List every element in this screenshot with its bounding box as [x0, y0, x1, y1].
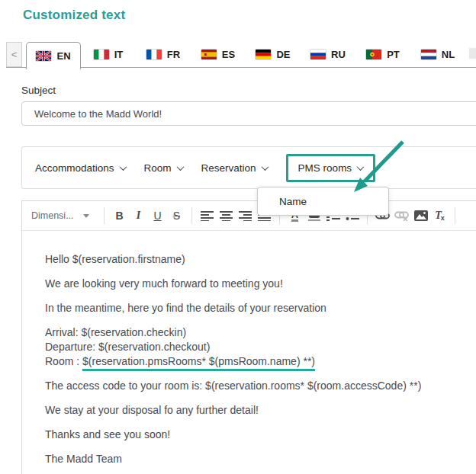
align-left-icon — [201, 210, 214, 221]
placeholder-menus-bar: Accommodations Room Reservation PMS room… — [21, 146, 476, 189]
align-right-button[interactable] — [236, 206, 255, 226]
room-placeholder-underlined: $(reservation.pmsRooms* $(pmsRoom.name) … — [82, 355, 315, 371]
toolbar-separator — [104, 207, 105, 224]
menu-accommodations[interactable]: Accommodations — [35, 162, 126, 174]
toolbar-separator — [455, 207, 455, 224]
bold-button[interactable]: B — [110, 206, 129, 226]
rich-text-editor: Dimensi... B I U S — [21, 200, 476, 474]
dropdown-item-name[interactable]: Name — [279, 196, 307, 207]
subject-input[interactable] — [21, 101, 476, 126]
email-text: Hello $(reservation.firstname) — [45, 253, 185, 265]
remove-format-sub: x — [441, 214, 445, 222]
insert-image-button[interactable] — [411, 206, 430, 226]
chevron-down-icon — [357, 163, 365, 171]
underline-glyph: U — [153, 210, 161, 222]
font-size-label: Dimensi... — [31, 210, 74, 221]
email-text: The access code to your room is: $(reser… — [45, 380, 421, 392]
email-paragraph: Arrival: $(reservation.checkin) Departur… — [45, 325, 476, 369]
tab-label: RU — [331, 49, 346, 60]
tab-label: PT — [387, 49, 400, 60]
tab-lang-pt[interactable]: PT — [355, 42, 410, 67]
unlink-icon — [394, 210, 409, 221]
caret-down-icon — [83, 214, 89, 218]
flag-en-icon — [36, 51, 51, 61]
align-right-icon — [239, 210, 252, 221]
editor-content[interactable]: Hello $(reservation.firstname) We are lo… — [22, 231, 476, 466]
menu-room[interactable]: Room — [144, 162, 183, 174]
chevron-down-icon — [119, 163, 127, 171]
strikethrough-button[interactable]: S — [167, 206, 186, 226]
menu-pms-rooms[interactable]: PMS rooms — [286, 154, 376, 182]
email-paragraph: Thanks and see you soon! — [45, 428, 476, 442]
email-text: The Madd Team — [45, 453, 122, 465]
email-paragraph: The access code to your room is: $(reser… — [45, 379, 476, 393]
email-text: We are looking very much forward to meet… — [45, 277, 283, 290]
tab-lang-de[interactable]: DE — [246, 42, 301, 67]
bold-glyph: B — [115, 210, 123, 222]
unlink-button[interactable] — [392, 206, 411, 226]
align-center-button[interactable] — [217, 206, 236, 226]
flag-pt-icon — [366, 50, 381, 59]
tab-lang-ru[interactable]: RU — [301, 42, 355, 67]
editor-toolbar: Dimensi... B I U S — [22, 201, 476, 231]
email-text: We stay at your disposal fo any further … — [45, 404, 259, 416]
chevron-left-icon: < — [11, 49, 18, 60]
flag-it-icon — [94, 50, 109, 59]
chevron-down-icon — [261, 163, 269, 171]
email-text: Arrival: $(reservation.checkin) — [45, 325, 476, 340]
email-paragraph: We are looking very much forward to meet… — [45, 277, 476, 291]
email-text: Room : $(reservation.pmsRooms* $(pmsRoom… — [45, 354, 476, 369]
subject-label: Subject — [21, 85, 56, 96]
email-paragraph: The Madd Team — [45, 452, 476, 466]
tab-scroll-left-button[interactable]: < — [6, 42, 22, 67]
tab-lang-en[interactable]: EN — [26, 42, 81, 69]
italic-glyph: I — [137, 210, 140, 222]
align-center-icon — [220, 210, 233, 221]
font-size-dropdown[interactable]: Dimensi... — [31, 210, 98, 221]
flag-de-icon — [256, 50, 271, 59]
tab-label: EN — [56, 50, 70, 62]
tab-label: IT — [114, 49, 124, 60]
menu-label: PMS rooms — [298, 162, 352, 174]
tab-lang-fr[interactable]: FR — [136, 42, 191, 67]
menu-label: Room — [144, 162, 172, 174]
tab-label: FR — [167, 49, 180, 60]
language-tabbar: < EN IT FR ES DE — [6, 42, 476, 68]
flag-ru-icon — [310, 50, 326, 59]
email-text: Departure: $(reservation.checkout) — [45, 340, 476, 354]
pms-rooms-dropdown: Name — [257, 187, 389, 216]
chevron-down-icon — [176, 163, 184, 171]
toolbar-separator — [191, 207, 192, 224]
email-text: In the meantime, here yo find the detail… — [45, 302, 326, 314]
menu-label: Accommodations — [35, 162, 114, 174]
italic-button[interactable]: I — [129, 206, 148, 226]
tab-lang-nl[interactable]: NL — [410, 42, 465, 67]
tab-lang-it[interactable]: IT — [81, 42, 136, 67]
underline-button[interactable]: U — [148, 206, 167, 226]
email-text: Thanks and see you soon! — [45, 428, 170, 440]
align-left-button[interactable] — [198, 206, 217, 226]
menu-label: Reservation — [201, 162, 256, 174]
flag-es-icon — [201, 50, 217, 59]
flag-fr-icon — [146, 50, 162, 59]
tab-label: ES — [222, 49, 235, 60]
email-paragraph: Hello $(reservation.firstname) — [45, 252, 476, 267]
tab-lang-es[interactable]: ES — [191, 42, 246, 67]
email-paragraph: In the meantime, here yo find the detail… — [45, 301, 476, 315]
menu-reservation[interactable]: Reservation — [201, 162, 268, 174]
strikethrough-glyph: S — [173, 210, 180, 222]
email-paragraph: We stay at your disposal fo any further … — [45, 403, 476, 418]
partial-next-tab — [469, 48, 476, 59]
image-icon — [414, 210, 428, 221]
tab-label: DE — [276, 49, 290, 60]
room-line-prefix: Room : — [45, 355, 82, 367]
flag-nl-icon — [421, 50, 436, 59]
tab-label: NL — [442, 49, 455, 60]
remove-format-button[interactable]: Tx — [430, 206, 449, 226]
page-title: Customized text — [23, 8, 125, 23]
